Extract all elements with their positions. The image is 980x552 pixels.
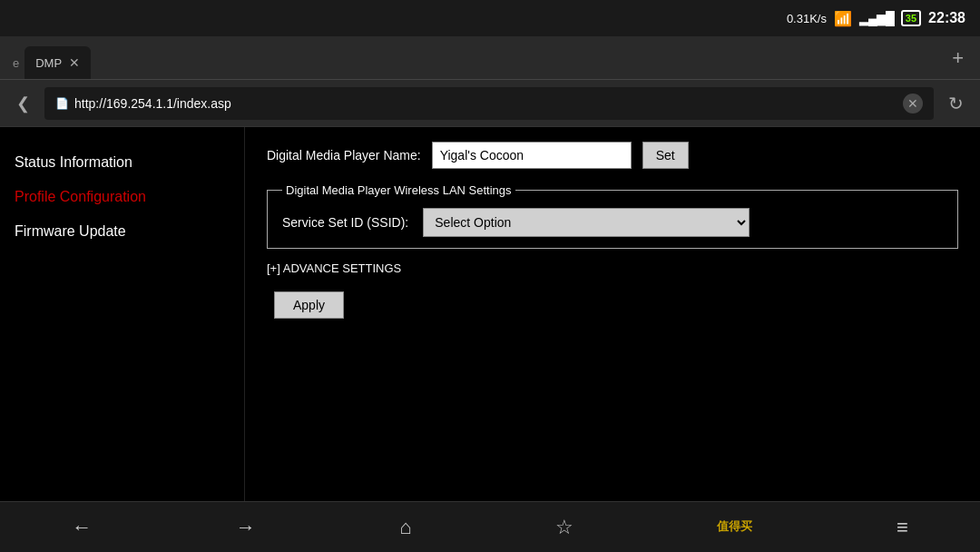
tab-close-button[interactable]: ✕ [69,55,80,70]
page-icon: 📄 [55,97,69,110]
browser-tab-bar: e DMP ✕ + [0,36,980,80]
wireless-fieldset: Digital Media Player Wireless LAN Settin… [267,183,958,249]
back-button[interactable]: ❮ [11,88,35,119]
nav-back-button[interactable]: ← [54,508,110,547]
nav-forward-button[interactable]: → [218,508,274,547]
prev-tab[interactable]: e [7,46,24,79]
address-bar[interactable]: 📄 http://169.254.1.1/index.asp ✕ [44,87,934,120]
sidebar-item-firmware-update[interactable]: Firmware Update [15,214,230,249]
nav-home-button[interactable]: ⌂ [381,508,429,547]
battery-indicator: 35 [901,10,921,26]
nav-menu-button[interactable]: ≡ [878,508,926,547]
sidebar-item-profile-configuration[interactable]: Profile Configuration [15,180,230,214]
main-content: Status Information Profile Configuration… [0,127,980,501]
sidebar: Status Information Profile Configuration… [0,127,245,501]
reload-button[interactable]: ↻ [943,87,969,120]
address-bar-row: ❮ 📄 http://169.254.1.1/index.asp ✕ ↻ [0,80,980,127]
network-speed: 0.31K/s [787,12,827,25]
wireless-legend: Digital Media Player Wireless LAN Settin… [282,183,515,197]
nav-bookmark-button[interactable]: ☆ [537,508,592,547]
ssid-row: Service Set ID (SSID): Select Option [282,208,943,237]
dmp-name-input[interactable] [432,142,632,169]
apply-button[interactable]: Apply [274,291,344,319]
clock: 22:38 [928,10,965,26]
bottom-nav: ← → ⌂ ☆ 值得买 ≡ [0,501,980,552]
advance-settings-toggle[interactable]: [+] ADVANCE SETTINGS [267,261,958,275]
sidebar-item-status-information[interactable]: Status Information [15,145,230,180]
set-button[interactable]: Set [642,142,689,169]
wifi-icon: 📶 [834,10,852,27]
signal-icon: ▂▄▆█ [859,11,894,25]
page-content: Digital Media Player Name: Set Digital M… [245,127,980,501]
ssid-label: Service Set ID (SSID): [282,215,408,230]
ssid-select[interactable]: Select Option [423,208,750,237]
url-text: http://169.254.1.1/index.asp [74,96,231,111]
tab-title: DMP [35,56,62,70]
new-tab-button[interactable]: + [943,43,973,74]
nav-brand-label: 值得买 [699,512,770,542]
status-bar: 0.31K/s 📶 ▂▄▆█ 35 22:38 [0,0,980,36]
active-tab[interactable]: DMP ✕ [24,46,91,79]
dmp-name-label: Digital Media Player Name: [267,148,421,163]
dmp-name-row: Digital Media Player Name: Set [267,142,958,169]
apply-button-row: Apply [267,291,958,319]
clear-url-button[interactable]: ✕ [903,94,923,113]
